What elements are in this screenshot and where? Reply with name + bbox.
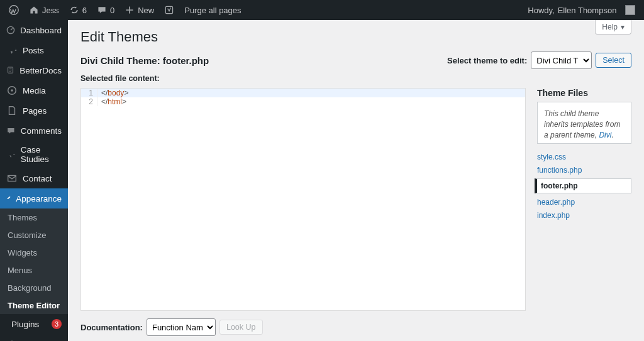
new-content-link[interactable]: New [119,0,159,20]
user-icon [6,338,18,341]
theme-file-link[interactable]: index.php [537,208,631,222]
menu-label: Plugins [11,320,39,329]
menu-posts[interactable]: Posts [0,40,68,60]
menu-label: Contact [23,174,52,183]
site-name-link[interactable]: Jess [24,0,64,20]
comment-icon [97,5,107,15]
submenu-themes[interactable]: Themes [0,208,68,226]
menu-plugins[interactable]: Plugins 3 [0,314,68,334]
appearance-submenu: Themes Customize Widgets Menus Backgroun… [0,208,68,314]
menu-label: Posts [23,46,44,55]
line-number: 2 [81,97,97,106]
theme-file-link[interactable]: header.php [537,195,631,208]
function-select[interactable]: Function Name… [147,318,216,336]
main-content: Help▾ Edit Themes Divi Child Theme: foot… [68,20,644,341]
mail-icon [6,173,18,184]
menu-comments[interactable]: Comments [0,121,68,141]
svg-point-5 [11,89,13,92]
pin-icon [6,149,16,160]
pin-icon [6,45,18,56]
menu-label: Appearance [16,194,62,203]
submenu-background[interactable]: Background [0,279,68,296]
svg-rect-6 [8,176,16,181]
theme-files-panel: Theme Files This child theme inherits te… [537,88,631,311]
theme-file-link[interactable]: footer.php [535,178,631,193]
menu-contact[interactable]: Contact [0,168,68,188]
updates-link[interactable]: 6 [64,0,92,20]
plugins-update-badge: 3 [52,319,62,329]
wp-logo[interactable] [4,0,24,20]
chevron-down-icon: ▾ [621,23,625,31]
submenu-theme-editor[interactable]: Theme Editor [0,296,68,314]
plus-icon [125,5,135,15]
admin-toolbar: Jess 6 0 New Purge all pages Howdy, Elle… [0,0,644,20]
theme-files-heading: Theme Files [537,88,631,98]
brush-icon [6,193,11,204]
page-title: Edit Themes [80,29,631,45]
media-icon [6,85,18,96]
select-button[interactable]: Select [596,53,631,68]
menu-case-studies[interactable]: Case Studies [0,141,68,168]
code-editor[interactable]: 1</body> 2</html> [80,88,526,311]
lookup-button[interactable]: Look Up [219,320,263,335]
admin-sidebar: Dashboard Posts BetterDocs Media Pages C… [0,20,68,341]
comment-icon [6,125,16,136]
menu-media[interactable]: Media [0,80,68,100]
yoast-icon [164,5,174,15]
menu-label: Media [23,86,46,95]
line-number: 1 [81,89,97,97]
yoast-link[interactable] [159,0,179,20]
theme-file-link[interactable]: style.css [537,150,631,163]
menu-betterdocs[interactable]: BetterDocs [0,60,68,80]
menu-pages[interactable]: Pages [0,100,68,121]
menu-label: Pages [23,106,47,116]
user-account-link[interactable]: Howdy, Ellen Thompson [523,0,640,20]
updates-icon [69,5,79,15]
docs-icon [6,65,14,76]
parent-theme-link[interactable]: Divi [599,131,611,139]
help-tab-button[interactable]: Help▾ [595,20,631,35]
select-theme-label: Select theme to edit: [447,56,527,65]
file-heading: Divi Child Theme: footer.php [80,55,209,66]
theme-select[interactable]: Divi Child Theme [531,51,592,69]
page-icon [6,105,18,116]
documentation-label: Documentation: [80,323,143,332]
menu-appearance[interactable]: Appearance [0,188,68,208]
menu-label: BetterDocs [19,66,62,75]
home-icon [29,5,39,15]
submenu-customize[interactable]: Customize [0,226,68,244]
selected-file-label: Selected file content: [80,74,631,83]
submenu-menus[interactable]: Menus [0,261,68,279]
menu-label: Case Studies [21,145,62,164]
dashboard-icon [6,24,15,36]
menu-dashboard[interactable]: Dashboard [0,20,68,40]
avatar [625,5,635,15]
svg-rect-1 [166,6,173,13]
submenu-widgets[interactable]: Widgets [0,244,68,261]
comments-link[interactable]: 0 [92,0,119,20]
menu-label: Comments [21,126,62,136]
theme-file-link[interactable]: functions.php [537,163,631,176]
menu-users[interactable]: Users [0,334,68,341]
purge-cache-link[interactable]: Purge all pages [179,0,246,20]
menu-label: Dashboard [20,26,62,35]
